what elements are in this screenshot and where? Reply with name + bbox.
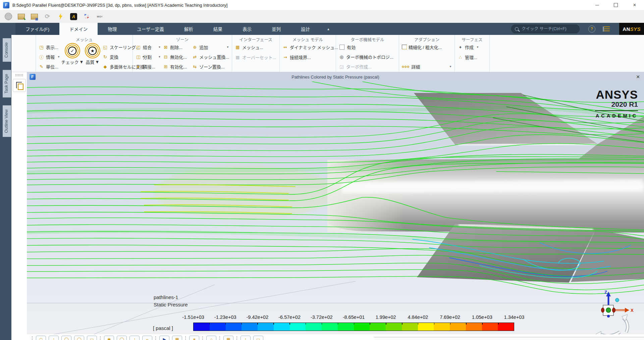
mesh-display-button[interactable]: ◳表示... — [39, 43, 60, 51]
turbo-create-button[interactable]: ◲ターボ作成... — [339, 62, 396, 71]
restore-panel-button[interactable] — [13, 79, 26, 92]
ribbon-tab-bar: ファイル(F)ドメイン物理ユーザー定義解析結果表示並列設計 ▲ ? ANSYS — [0, 23, 644, 35]
mesh-units-button[interactable]: ✎単位... — [39, 62, 60, 71]
quick-search[interactable] — [511, 25, 580, 33]
graphics-window-title: Pathlines Colored by Static Pressure (pa… — [27, 75, 644, 80]
toolbar-grip[interactable] — [155, 336, 157, 340]
models-icon[interactable]: MO≡ — [96, 12, 104, 21]
tab-view[interactable]: 表示 — [232, 23, 262, 35]
gray-grid-icon: ▩ — [235, 55, 240, 60]
group-title: ターボ機械モデル — [339, 36, 396, 42]
tab-domain[interactable]: ドメイン — [59, 23, 98, 35]
bottom-toolbar-button[interactable]: ↑ — [49, 336, 59, 340]
replace-mesh-button[interactable]: ⇄メッシュ置換... — [192, 52, 229, 61]
tab-user-defined[interactable]: ユーザー定義 — [127, 23, 174, 35]
zone-deactivate-button[interactable]: ⊟無効化... — [163, 52, 190, 61]
calculator-case-icon[interactable] — [30, 12, 39, 21]
graphics-close-icon[interactable]: ✕ — [636, 74, 640, 80]
zone-append-button[interactable]: ⊕追加▼ — [192, 43, 229, 51]
maximize-button[interactable] — [606, 0, 625, 10]
bottom-toolbar-button[interactable]: ◯ — [117, 336, 127, 340]
bottom-toolbar-button[interactable]: ↕ — [129, 336, 140, 340]
tab-results[interactable]: 結果 — [203, 23, 232, 35]
group-title: メッシュ — [39, 36, 130, 42]
bottom-toolbar-button[interactable]: ◉ — [104, 336, 114, 340]
interface-overset-button[interactable]: ▩オーバーセット... — [235, 53, 277, 61]
mesh-display-icon[interactable] — [4, 12, 12, 21]
sidebar-tab-console[interactable]: Console — [3, 38, 11, 62]
search-input[interactable] — [521, 26, 569, 32]
bottom-toolbar-button[interactable]: ▦ — [172, 336, 182, 340]
checkbox-icon — [339, 45, 344, 50]
search-icon — [515, 27, 519, 31]
graphics-viewport[interactable]: Z X ANSYS 2020 R1 ACADEMIC pathlines-1 S… — [27, 82, 644, 334]
colorbar-tick-label: 1.34e+03 — [504, 314, 525, 320]
tab-physics[interactable]: 物理 — [98, 23, 127, 35]
interface-mesh-button[interactable]: ▦メッシュ... — [235, 43, 277, 51]
mesh-info-button[interactable]: ⓘ情報▼ — [39, 52, 60, 61]
sidebar-tab-task-page[interactable]: Task Page — [3, 70, 11, 97]
zone-combine-button[interactable]: ◰結合▼ — [136, 43, 161, 51]
toolbar-grip[interactable] — [185, 336, 186, 340]
bottom-toolbar-button[interactable]: ⌐ — [142, 336, 152, 340]
bottom-toolbar-button[interactable]: ⌂ — [206, 336, 216, 340]
bottom-toolbar-button[interactable]: ∗ — [189, 336, 199, 340]
tab-parallel[interactable]: 並列 — [262, 23, 291, 35]
surface-manage-button[interactable]: ∴管理... — [458, 53, 487, 61]
mesh-quality-button[interactable]: ★ 品質▼ — [85, 42, 100, 71]
colorbar-tick-label: -3.72e+02 — [311, 314, 333, 320]
turbo-topology-button[interactable]: ◎ターボ機械のトポロジ... — [339, 52, 396, 61]
bottom-toolbar-button[interactable]: ◯ — [74, 336, 84, 340]
minimize-button[interactable] — [588, 0, 606, 10]
tab-solution[interactable]: 解析 — [174, 23, 203, 35]
ribbon-group-adaption: アダプション 精細化 / 粗大化... . ooo詳細▼ — [399, 35, 455, 72]
adaption-more-button[interactable]: ooo詳細▼ — [402, 62, 452, 71]
colorbar-tick-label: 1.05e+03 — [472, 314, 492, 320]
zone-adjacency-button[interactable]: ∗隣接... — [136, 62, 161, 71]
help-icon[interactable]: ? — [588, 26, 595, 33]
pathlines-scene: Z X — [27, 82, 644, 334]
pressure-coupling-icon[interactable]: P→←P — [83, 12, 91, 21]
squiggle-arrow-icon: ⇝ — [282, 55, 288, 60]
turbo-topology-icon: ◎ — [339, 54, 344, 59]
mixing-planes-button[interactable]: ⇝接続境界... — [282, 53, 333, 61]
surface-create-button[interactable]: +作成▼ — [458, 43, 487, 51]
refine-coarsen-button[interactable]: 精細化 / 粗大化... — [402, 43, 452, 51]
replace-zone-button[interactable]: ⇆ゾーン置換... — [192, 62, 229, 71]
bottom-toolbar-button[interactable]: ▭ — [87, 336, 97, 340]
toolbar-grip[interactable] — [100, 336, 101, 340]
zone-separate-button[interactable]: ◫分割▼ — [136, 52, 161, 61]
panel-list-icon[interactable] — [603, 27, 610, 32]
toolbar-grip[interactable] — [236, 336, 238, 340]
bottom-toolbar-button[interactable]: ◠ — [36, 336, 46, 340]
zone-activate-button[interactable]: ⊞有効化... — [163, 62, 190, 71]
refresh-icon[interactable]: ⟳ — [43, 12, 52, 21]
colorbar-tick-label: 1.99e+02 — [376, 314, 396, 320]
toolbar-grip[interactable] — [219, 336, 221, 340]
tab-file[interactable]: ファイル(F) — [15, 23, 59, 35]
toolbar-grip[interactable] — [202, 336, 204, 340]
bottom-toolbar: ◠↑◯◯▭◉◯↕⌐▶▦∗⌂▦↑▭ — [27, 334, 644, 340]
bottom-toolbar-button[interactable]: ↑ — [240, 336, 251, 340]
bottom-toolbar-button[interactable]: ▦ — [223, 336, 233, 340]
panel-grip-handle[interactable] — [15, 74, 23, 76]
ribbon-collapse-icon[interactable]: ▲ — [327, 23, 330, 35]
ribbon-group-zones: ゾーン ◰結合▼ ◫分割▼ ∗隣接... ⊠削除... ⊟無効化... ⊞有効化… — [133, 35, 232, 72]
interrupt-bolt-icon[interactable] — [56, 12, 65, 21]
sidebar-tab-outline-view[interactable]: Outline View — [3, 105, 11, 137]
turbo-enable-checkbox[interactable]: 有効 — [339, 43, 396, 51]
ansys-a-icon[interactable]: A — [69, 12, 78, 21]
dynamic-mesh-button[interactable]: ↭ダイナミック メッシュ... — [282, 43, 333, 51]
ooo-icon: ooo — [402, 64, 410, 68]
write-case-icon[interactable] — [17, 12, 25, 21]
bottom-toolbar-button[interactable]: ▶ — [159, 336, 169, 340]
separate-icon: ◫ — [136, 54, 141, 59]
tab-design[interactable]: 設計 — [291, 23, 320, 35]
bottom-toolbar-button[interactable]: ▭ — [253, 336, 263, 340]
bottom-toolbar-button[interactable]: ◯ — [61, 336, 71, 340]
close-button[interactable]: ✕ — [625, 0, 644, 10]
colorbar-tick-label: -1.51e+03 — [182, 314, 204, 320]
zone-delete-button[interactable]: ⊠削除... — [163, 43, 190, 51]
toolbar-grip[interactable] — [32, 336, 33, 340]
mesh-check-button[interactable]: ✓ チェック▼ — [62, 42, 83, 71]
